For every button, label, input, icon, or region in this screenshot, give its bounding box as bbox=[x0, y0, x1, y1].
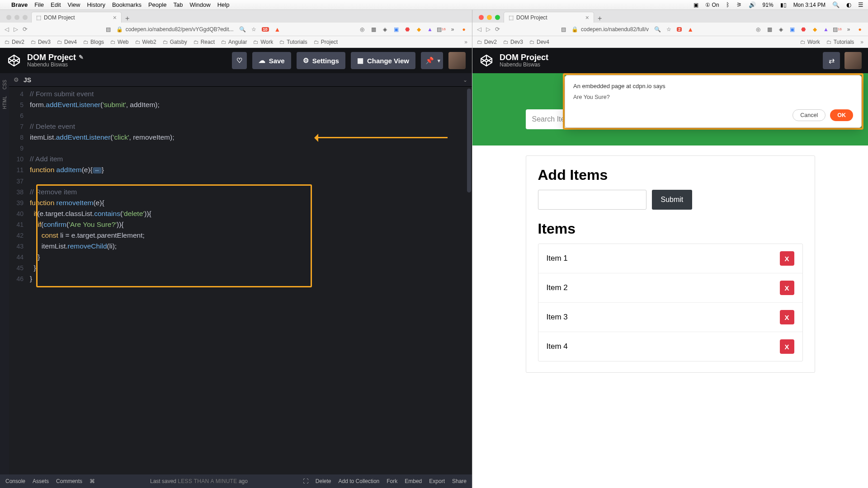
footer-export[interactable]: Export bbox=[429, 478, 445, 484]
ext-icon[interactable]: ● bbox=[856, 26, 863, 33]
window-zoom-icon[interactable] bbox=[495, 15, 500, 20]
ext-icon[interactable]: ▦ bbox=[766, 26, 773, 33]
pen-author[interactable]: Nabendu Biswas bbox=[500, 62, 548, 68]
zoom-icon[interactable]: 🔍 bbox=[239, 26, 246, 33]
footer-comments[interactable]: Comments bbox=[56, 478, 82, 484]
code-line[interactable]: 9 bbox=[9, 143, 472, 154]
delete-item-button[interactable]: X bbox=[780, 339, 794, 354]
code-line[interactable]: 40 if(e.target.classList.contains('delet… bbox=[9, 208, 472, 219]
bookmark-folder[interactable]: 🗀Work bbox=[800, 39, 820, 45]
bookmark-folder[interactable]: 🗀Tutorials bbox=[826, 39, 854, 45]
bookmark-folder[interactable]: 🗀Dev4 bbox=[529, 39, 549, 45]
bookmark-overflow-icon[interactable]: » bbox=[860, 39, 863, 45]
menu-bookmarks[interactable]: Bookmarks bbox=[112, 1, 142, 8]
menu-help[interactable]: Help bbox=[217, 1, 230, 8]
code-line[interactable]: 11function addItem(e){↔} bbox=[9, 164, 472, 176]
ext-icon[interactable]: ▣ bbox=[392, 26, 400, 33]
side-tab-css[interactable]: CSS bbox=[1, 77, 8, 92]
brave-shield-badge[interactable]: 10 bbox=[262, 27, 269, 32]
ext-icon[interactable]: ◈ bbox=[777, 26, 784, 33]
code-line[interactable]: 46} bbox=[9, 273, 472, 284]
nav-forward-icon[interactable]: ▷ bbox=[486, 26, 491, 33]
collapse-panel-icon[interactable]: ⌄ bbox=[463, 77, 467, 83]
footer-embed[interactable]: Embed bbox=[405, 478, 422, 484]
notification-center-icon[interactable]: ☰ bbox=[858, 1, 863, 8]
editor-settings-icon[interactable]: ⚙ bbox=[14, 76, 19, 83]
ext-icon[interactable]: ▤16 bbox=[438, 26, 445, 33]
reader-icon[interactable]: ▤ bbox=[106, 26, 111, 33]
bookmark-folder[interactable]: 🗀React bbox=[193, 39, 215, 45]
settings-button[interactable]: ⚙Settings bbox=[297, 52, 345, 69]
bookmark-folder[interactable]: 🗀Gatsby bbox=[163, 39, 187, 45]
code-line[interactable]: 45 } bbox=[9, 263, 472, 273]
bookmark-folder[interactable]: 🗀Dev2 bbox=[477, 39, 497, 45]
ext-icon[interactable]: ◎ bbox=[755, 26, 762, 33]
ext-icon[interactable]: ▣ bbox=[788, 26, 796, 33]
bookmark-folder[interactable]: 🗀Web bbox=[110, 39, 128, 45]
side-tab-html[interactable]: HTML bbox=[1, 93, 8, 112]
bookmark-folder[interactable]: 🗀Dev3 bbox=[503, 39, 523, 45]
ext-icon[interactable]: ▲ bbox=[822, 26, 830, 33]
nav-reload-icon[interactable]: ⟳ bbox=[23, 26, 28, 33]
code-line[interactable]: 43 itemList.removeChild(li); bbox=[9, 241, 472, 252]
menu-tab[interactable]: Tab bbox=[173, 1, 183, 8]
url-text[interactable]: codepen.io/nabendu82/pen/vYGgdQB?edit... bbox=[126, 26, 234, 33]
menu-people[interactable]: People bbox=[148, 1, 166, 8]
footer-console[interactable]: Console bbox=[5, 478, 25, 484]
change-view-button[interactable]: ▦Change View bbox=[351, 52, 415, 69]
delete-item-button[interactable]: X bbox=[780, 281, 794, 295]
nav-back-icon[interactable]: ◁ bbox=[477, 26, 481, 33]
delete-item-button[interactable]: X bbox=[780, 251, 794, 266]
scrollbar[interactable] bbox=[467, 89, 471, 192]
bookmark-folder[interactable]: 🗀Dev4 bbox=[57, 39, 77, 45]
window-minimize-icon[interactable] bbox=[487, 15, 492, 20]
menu-edit[interactable]: Edit bbox=[51, 1, 61, 8]
footer-fork[interactable]: Fork bbox=[387, 478, 397, 484]
bookmark-folder[interactable]: 🗀Dev3 bbox=[31, 39, 51, 45]
menu-file[interactable]: File bbox=[34, 1, 44, 8]
ext-icon[interactable]: ● bbox=[460, 26, 467, 33]
code-line[interactable]: 5form.addEventListener('submit', addItem… bbox=[9, 99, 472, 110]
nav-reload-icon[interactable]: ⟳ bbox=[495, 26, 500, 33]
pen-title[interactable]: DOM Project bbox=[27, 53, 76, 62]
code-line[interactable]: 10// Add item bbox=[9, 154, 472, 164]
ext-overflow-icon[interactable]: » bbox=[449, 26, 456, 33]
tab-close-icon[interactable]: × bbox=[585, 14, 589, 21]
zoom-icon[interactable]: 🔍 bbox=[654, 26, 661, 33]
dialog-ok-button[interactable]: OK bbox=[830, 109, 853, 121]
code-line[interactable]: 41 if(confirm('Are You Sure?')){ bbox=[9, 219, 472, 230]
dialog-cancel-button[interactable]: Cancel bbox=[793, 109, 826, 121]
menu-view[interactable]: View bbox=[68, 1, 80, 8]
bluetooth-icon[interactable]: ᛒ bbox=[726, 1, 730, 8]
ext-icon[interactable]: ◆ bbox=[811, 26, 818, 33]
ext-icon[interactable]: ◎ bbox=[359, 26, 366, 33]
delete-item-button[interactable]: X bbox=[780, 310, 794, 324]
bookmark-folder[interactable]: 🗀Blogs bbox=[83, 39, 104, 45]
ext-icon[interactable]: ⬣ bbox=[404, 26, 411, 33]
edit-title-icon[interactable]: ✎ bbox=[79, 54, 84, 61]
window-close-icon[interactable] bbox=[6, 15, 11, 20]
code-line[interactable]: 44 } bbox=[9, 252, 472, 263]
codepen-logo-icon[interactable] bbox=[479, 53, 494, 68]
menu-history[interactable]: History bbox=[87, 1, 105, 8]
bookmark-overflow-icon[interactable]: » bbox=[464, 39, 467, 45]
bookmark-folder[interactable]: 🗀Work bbox=[253, 39, 273, 45]
code-line[interactable]: 4// Form submit event bbox=[9, 89, 472, 99]
spotlight-icon[interactable]: 🔍 bbox=[832, 1, 840, 8]
window-close-icon[interactable] bbox=[479, 15, 484, 20]
bookmark-folder[interactable]: 🗀Project bbox=[314, 39, 338, 45]
code-line[interactable]: 6 bbox=[9, 110, 472, 121]
volume-icon[interactable]: 🔊 bbox=[749, 1, 756, 8]
view-switch-button[interactable]: ⇄ bbox=[823, 52, 840, 69]
bookmark-star-icon[interactable]: ☆ bbox=[666, 26, 671, 33]
menu-window[interactable]: Window bbox=[189, 1, 210, 8]
clock[interactable]: Mon 3:14 PM bbox=[793, 2, 826, 8]
bookmark-folder[interactable]: 🗀Dev2 bbox=[5, 39, 24, 45]
menu-app-name[interactable]: Brave bbox=[11, 1, 28, 8]
ext-icon[interactable]: ▤16 bbox=[834, 26, 841, 33]
ext-icon[interactable]: ◆ bbox=[415, 26, 422, 33]
submit-button[interactable]: Submit bbox=[652, 190, 693, 210]
footer-add-collection[interactable]: Add to Collection bbox=[339, 478, 380, 484]
footer-share[interactable]: Share bbox=[452, 478, 467, 484]
browser-tab[interactable]: ⬚DOM Project × bbox=[504, 12, 594, 23]
